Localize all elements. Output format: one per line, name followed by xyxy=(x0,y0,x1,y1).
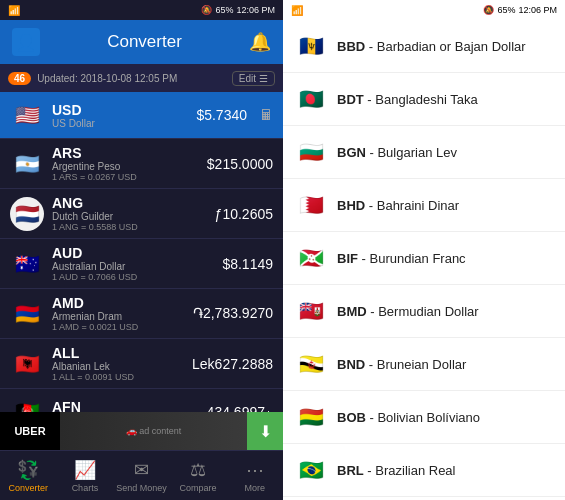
currency-info-all: ALL Albanian Lek 1 ALL = 0.0091 USD xyxy=(52,345,184,382)
currency-sub-ang: 1 ANG = 0.5588 USD xyxy=(52,222,207,232)
right-battery-status: 65% xyxy=(497,5,515,15)
currency-item-afn[interactable]: 🇦🇫 AFN Afghan Afghani 434.6997₼ xyxy=(0,389,283,412)
user-avatar[interactable]: 👤 xyxy=(12,28,40,56)
right-wifi-icon: 🔕 xyxy=(483,5,494,15)
charts-nav-icon: 📈 xyxy=(74,459,96,481)
currency-item-aud[interactable]: 🇦🇺 AUD Australian Dollar 1 AUD = 0.7066 … xyxy=(0,239,283,289)
status-bar-right: 🔕 65% 12:06 PM xyxy=(201,5,275,15)
nav-item-more[interactable]: ⋯ More xyxy=(226,451,283,500)
app-title: Converter xyxy=(107,32,182,52)
right-currency-text-bdt: BDT - Bangladeshi Taka xyxy=(337,92,478,107)
flag-all: 🇦🇱 xyxy=(10,347,44,381)
nav-item-send-money[interactable]: ✉ Send Money xyxy=(113,451,170,500)
right-currency-item-bbd[interactable]: 🇧🇧 BBD - Barbadian or Bajan Dollar xyxy=(283,20,565,73)
calculator-icon: 🖩 xyxy=(259,107,273,123)
currency-name-ang: Dutch Guilder xyxy=(52,211,207,222)
right-currency-text-brl: BRL - Brazilian Real xyxy=(337,463,455,478)
right-signal-icon: 📶 xyxy=(291,5,303,16)
right-currency-text-bnd: BND - Bruneian Dollar xyxy=(337,357,466,372)
right-currency-text-bbd: BBD - Barbadian or Bajan Dollar xyxy=(337,39,526,54)
currency-amount-aud: $8.1149 xyxy=(222,256,273,272)
right-currency-text-bob: BOB - Bolivian Bolíviano xyxy=(337,410,480,425)
nav-item-compare[interactable]: ⚖ Compare xyxy=(170,451,227,500)
currency-amount-afn: 434.6997₼ xyxy=(207,404,273,412)
currency-name-ars: Argentine Peso xyxy=(52,161,199,172)
nav-item-converter[interactable]: 💱 Converter xyxy=(0,451,57,500)
right-currency-item-bhd[interactable]: 🇧🇭 BHD - Bahraini Dinar xyxy=(283,179,565,232)
currency-item-usd[interactable]: 🇺🇸 USD US Dollar $5.7340 🖩 xyxy=(0,92,283,139)
currency-name-usd: US Dollar xyxy=(52,118,188,129)
currency-item-ang[interactable]: 🇳🇱 ANG Dutch Guilder 1 ANG = 0.5588 USD … xyxy=(0,189,283,239)
flag-amd: 🇦🇲 xyxy=(10,297,44,331)
currency-code-ang: ANG xyxy=(52,195,207,211)
currency-item-amd[interactable]: 🇦🇲 AMD Armenian Dram 1 AMD = 0.0021 USD … xyxy=(0,289,283,339)
right-currency-item-brl[interactable]: 🇧🇷 BRL - Brazilian Real xyxy=(283,444,565,497)
right-status-bar: 📶 🔕 65% 12:06 PM xyxy=(283,0,565,20)
currency-amount-ang: ƒ10.2605 xyxy=(215,206,273,222)
currency-code-all: ALL xyxy=(52,345,184,361)
currency-list: 🇺🇸 USD US Dollar $5.7340 🖩 🇦🇷 ARS Argent… xyxy=(0,92,283,412)
right-currency-item-bob[interactable]: 🇧🇴 BOB - Bolivian Bolíviano xyxy=(283,391,565,444)
nav-item-charts[interactable]: 📈 Charts xyxy=(57,451,114,500)
left-panel: 📶 🔕 65% 12:06 PM 👤 Converter 🔔 46 Update… xyxy=(0,0,283,500)
right-currency-list: 🇧🇧 BBD - Barbadian or Bajan Dollar 🇧🇩 BD… xyxy=(283,20,565,500)
currency-code-ars: ARS xyxy=(52,145,199,161)
currency-info-afn: AFN Afghan Afghani xyxy=(52,399,199,413)
edit-label: Edit xyxy=(239,73,256,84)
currency-item-all[interactable]: 🇦🇱 ALL Albanian Lek 1 ALL = 0.0091 USD L… xyxy=(0,339,283,389)
flag-afn: 🇦🇫 xyxy=(10,395,44,412)
currency-info-usd: USD US Dollar xyxy=(52,102,188,129)
currency-item-ars[interactable]: 🇦🇷 ARS Argentine Peso 1 ARS = 0.0267 USD… xyxy=(0,139,283,189)
right-currency-text-bgn: BGN - Bulgarian Lev xyxy=(337,145,457,160)
right-currency-item-bnd[interactable]: 🇧🇳 BND - Bruneian Dollar xyxy=(283,338,565,391)
right-currency-item-bgn[interactable]: 🇧🇬 BGN - Bulgarian Lev xyxy=(283,126,565,179)
right-status-left: 📶 xyxy=(291,5,303,16)
right-currency-text-bif: BIF - Burundian Franc xyxy=(337,251,466,266)
currency-code-afn: AFN xyxy=(52,399,199,413)
currency-code-aud: AUD xyxy=(52,245,214,261)
currency-code-amd: AMD xyxy=(52,295,185,311)
ad-image: 🚗 ad content xyxy=(60,412,247,450)
right-flag-bob: 🇧🇴 xyxy=(295,401,327,433)
flag-aud: 🇦🇺 xyxy=(10,247,44,281)
currency-name-amd: Armenian Dram xyxy=(52,311,185,322)
right-flag-brl: 🇧🇷 xyxy=(295,454,327,486)
right-currency-item-bdt[interactable]: 🇧🇩 BDT - Bangladeshi Taka xyxy=(283,73,565,126)
more-nav-label: More xyxy=(244,483,265,493)
currency-sub-amd: 1 AMD = 0.0021 USD xyxy=(52,322,185,332)
ad-download-button[interactable]: ⬇ xyxy=(247,412,283,450)
currency-info-aud: AUD Australian Dollar 1 AUD = 0.7066 USD xyxy=(52,245,214,282)
notification-icon[interactable]: 🔔 xyxy=(249,31,271,53)
currency-sub-aud: 1 AUD = 0.7066 USD xyxy=(52,272,214,282)
converter-nav-label: Converter xyxy=(9,483,49,493)
right-flag-bmd: 🇧🇲 xyxy=(295,295,327,327)
converter-nav-icon: 💱 xyxy=(17,459,39,481)
right-currency-item-bmd[interactable]: 🇧🇲 BMD - Bermudian Dollar xyxy=(283,285,565,338)
list-icon: ☰ xyxy=(259,73,268,84)
signal-icon: 📶 xyxy=(8,5,20,16)
app-header: 👤 Converter 🔔 xyxy=(0,20,283,64)
more-nav-icon: ⋯ xyxy=(246,459,264,481)
right-flag-bhd: 🇧🇭 xyxy=(295,189,327,221)
battery-status: 65% xyxy=(215,5,233,15)
bottom-navigation: 💱 Converter 📈 Charts ✉ Send Money ⚖ Comp… xyxy=(0,450,283,500)
currency-name-aud: Australian Dollar xyxy=(52,261,214,272)
right-flag-bbd: 🇧🇧 xyxy=(295,30,327,62)
currency-info-ang: ANG Dutch Guilder 1 ANG = 0.5588 USD xyxy=(52,195,207,232)
right-currency-text-bmd: BMD - Bermudian Dollar xyxy=(337,304,479,319)
currency-info-ars: ARS Argentine Peso 1 ARS = 0.0267 USD xyxy=(52,145,199,182)
currency-amount-ars: $215.0000 xyxy=(207,156,273,172)
right-clock: 12:06 PM xyxy=(518,5,557,15)
currency-sub-all: 1 ALL = 0.0091 USD xyxy=(52,372,184,382)
status-bar-left: 📶 xyxy=(8,5,20,16)
ad-banner[interactable]: UBER 🚗 ad content ⬇ xyxy=(0,412,283,450)
send-money-nav-label: Send Money xyxy=(116,483,167,493)
send-money-nav-icon: ✉ xyxy=(134,459,149,481)
flag-ars: 🇦🇷 xyxy=(10,147,44,181)
update-badge: 46 xyxy=(8,72,31,85)
right-flag-bif: 🇧🇮 xyxy=(295,242,327,274)
wifi-icon: 🔕 xyxy=(201,5,212,15)
right-currency-item-bif[interactable]: 🇧🇮 BIF - Burundian Franc xyxy=(283,232,565,285)
charts-nav-label: Charts xyxy=(72,483,99,493)
edit-button[interactable]: Edit ☰ xyxy=(232,71,275,86)
